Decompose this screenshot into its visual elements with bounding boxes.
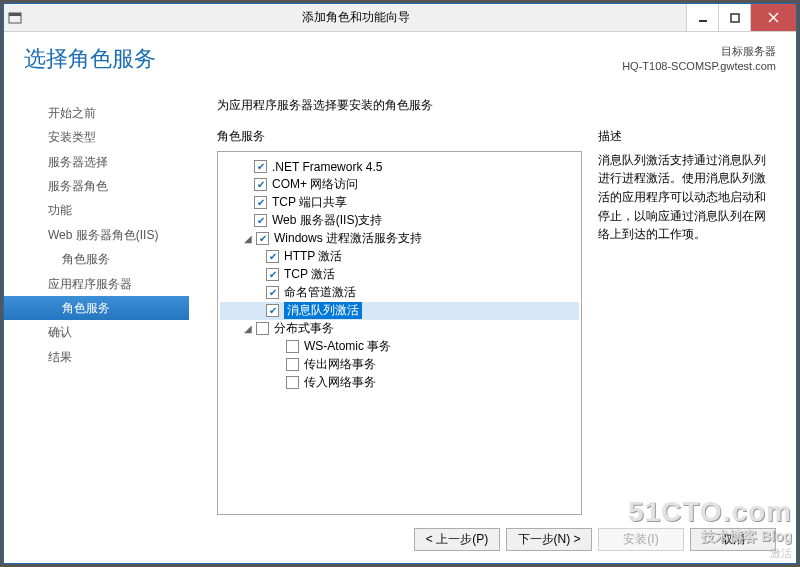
tree-item-label: TCP 激活	[284, 266, 335, 283]
step-item[interactable]: 功能	[4, 198, 189, 222]
window-title: 添加角色和功能向导	[302, 9, 410, 26]
main-panel: 为应用程序服务器选择要安装的角色服务 角色服务 .NET Framework 4…	[189, 87, 776, 515]
close-button[interactable]	[750, 4, 796, 31]
checkbox[interactable]	[266, 304, 279, 317]
prev-button[interactable]: < 上一步(P)	[414, 528, 500, 551]
description-panel: 描述 消息队列激活支持通过消息队列进行进程激活。使用消息队列激活的应用程序可以动…	[598, 128, 776, 515]
roles-panel: 角色服务 .NET Framework 4.5COM+ 网络访问TCP 端口共享…	[217, 128, 582, 515]
roles-title: 角色服务	[217, 128, 582, 151]
desc-title: 描述	[598, 128, 776, 151]
tree-item[interactable]: ◢Windows 进程激活服务支持	[220, 230, 579, 248]
step-item[interactable]: 服务器角色	[4, 174, 189, 198]
tree-item[interactable]: WS-Atomic 事务	[220, 338, 579, 356]
checkbox[interactable]	[286, 376, 299, 389]
description-text: 消息队列激活支持通过消息队列进行进程激活。使用消息队列激活的应用程序可以动态地启…	[598, 151, 776, 244]
tree-item[interactable]: 传入网络事务	[220, 374, 579, 392]
tree-item[interactable]: 命名管道激活	[220, 284, 579, 302]
minimize-button[interactable]	[686, 4, 718, 31]
panels-row: 角色服务 .NET Framework 4.5COM+ 网络访问TCP 端口共享…	[189, 128, 776, 515]
checkbox[interactable]	[254, 178, 267, 191]
checkbox[interactable]	[286, 340, 299, 353]
checkbox[interactable]	[254, 214, 267, 227]
tree-item-label: 传出网络事务	[304, 356, 376, 373]
wizard-window: 添加角色和功能向导 选择角色服务 目标服务器 HQ-T108-SCOMSP.gw…	[3, 3, 797, 564]
checkbox[interactable]	[254, 196, 267, 209]
tree-item-label: WS-Atomic 事务	[304, 338, 391, 355]
next-button[interactable]: 下一步(N) >	[506, 528, 592, 551]
wizard-body: 选择角色服务 目标服务器 HQ-T108-SCOMSP.gwtest.com 开…	[4, 32, 796, 563]
titlebar-title-area: 添加角色和功能向导	[26, 4, 686, 31]
instruction-text: 为应用程序服务器选择要安装的角色服务	[189, 87, 776, 128]
tree-item-label: TCP 端口共享	[272, 194, 347, 211]
tree-item-label: HTTP 激活	[284, 248, 342, 265]
step-item[interactable]: 结果	[4, 345, 189, 369]
tree-item[interactable]: COM+ 网络访问	[220, 176, 579, 194]
tree-item[interactable]: 传出网络事务	[220, 356, 579, 374]
target-server-box: 目标服务器 HQ-T108-SCOMSP.gwtest.com	[622, 44, 776, 75]
svg-rect-3	[731, 14, 739, 22]
step-item[interactable]: 应用程序服务器	[4, 272, 189, 296]
step-item[interactable]: Web 服务器角色(IIS)	[4, 223, 189, 247]
step-item[interactable]: 确认	[4, 320, 189, 344]
target-label: 目标服务器	[622, 44, 776, 59]
page-title: 选择角色服务	[24, 44, 622, 74]
step-item[interactable]: 角色服务	[4, 296, 189, 320]
titlebar: 添加角色和功能向导	[4, 4, 796, 32]
checkbox[interactable]	[254, 160, 267, 173]
step-list: 开始之前安装类型服务器选择服务器角色功能Web 服务器角色(IIS)角色服务应用…	[4, 87, 189, 515]
step-item[interactable]: 安装类型	[4, 125, 189, 149]
app-icon	[4, 4, 26, 31]
maximize-button[interactable]	[718, 4, 750, 31]
tree-item-label: .NET Framework 4.5	[272, 160, 382, 174]
role-services-tree[interactable]: .NET Framework 4.5COM+ 网络访问TCP 端口共享Web 服…	[217, 151, 582, 515]
tree-item[interactable]: ◢分布式事务	[220, 320, 579, 338]
step-item[interactable]: 角色服务	[4, 247, 189, 271]
tree-item[interactable]: TCP 端口共享	[220, 194, 579, 212]
checkbox[interactable]	[266, 286, 279, 299]
tree-item-label: 命名管道激活	[284, 284, 356, 301]
expander-icon[interactable]: ◢	[242, 233, 254, 244]
tree-item-label: Web 服务器(IIS)支持	[272, 212, 382, 229]
tree-item[interactable]: TCP 激活	[220, 266, 579, 284]
tree-item-label: COM+ 网络访问	[272, 176, 358, 193]
tree-item-label: 传入网络事务	[304, 374, 376, 391]
tree-item[interactable]: Web 服务器(IIS)支持	[220, 212, 579, 230]
checkbox[interactable]	[266, 268, 279, 281]
header-row: 选择角色服务 目标服务器 HQ-T108-SCOMSP.gwtest.com	[4, 32, 796, 83]
content-area: 开始之前安装类型服务器选择服务器角色功能Web 服务器角色(IIS)角色服务应用…	[4, 83, 796, 515]
checkbox[interactable]	[266, 250, 279, 263]
target-server: HQ-T108-SCOMSP.gwtest.com	[622, 59, 776, 74]
svg-rect-1	[9, 13, 21, 16]
expander-icon[interactable]: ◢	[242, 323, 254, 334]
install-button: 安装(I)	[598, 528, 684, 551]
step-item[interactable]: 开始之前	[4, 101, 189, 125]
tree-item-label: 消息队列激活	[284, 302, 362, 319]
checkbox[interactable]	[256, 232, 269, 245]
tree-item[interactable]: 消息队列激活	[220, 302, 579, 320]
checkbox[interactable]	[286, 358, 299, 371]
cancel-button[interactable]: 取消	[690, 528, 776, 551]
tree-item[interactable]: HTTP 激活	[220, 248, 579, 266]
step-item[interactable]: 服务器选择	[4, 150, 189, 174]
tree-item-label: 分布式事务	[274, 320, 334, 337]
tree-item[interactable]: .NET Framework 4.5	[220, 158, 579, 176]
tree-item-label: Windows 进程激活服务支持	[274, 230, 422, 247]
checkbox[interactable]	[256, 322, 269, 335]
footer-buttons: < 上一步(P) 下一步(N) > 安装(I) 取消	[4, 515, 796, 563]
